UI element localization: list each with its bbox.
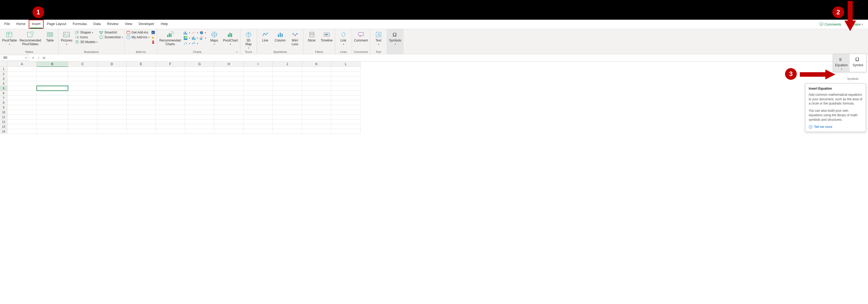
- menu-page-layout[interactable]: Page Layout: [43, 20, 69, 29]
- cell-L1[interactable]: [331, 67, 361, 71]
- cell-I11[interactable]: [244, 115, 273, 119]
- visio-addin-button[interactable]: V: [151, 30, 155, 35]
- cell-B1[interactable]: [37, 67, 68, 71]
- cell-J3[interactable]: [273, 76, 302, 81]
- cell-A1[interactable]: [7, 67, 37, 71]
- column-header-C[interactable]: C: [68, 61, 97, 67]
- pictures-button[interactable]: Pictures▾: [60, 30, 73, 46]
- tell-me-more-link[interactable]: ? Tell me more: [809, 125, 862, 129]
- cell-F8[interactable]: [156, 100, 185, 105]
- cell-C5[interactable]: [68, 86, 97, 91]
- row-header-10[interactable]: 10: [0, 110, 7, 115]
- sparkline-line-button[interactable]: Line: [259, 30, 272, 43]
- 3d-map-button[interactable]: 3D Map▾: [242, 30, 255, 50]
- column-header-E[interactable]: E: [127, 61, 156, 67]
- cell-F9[interactable]: [156, 105, 185, 110]
- cell-D9[interactable]: [97, 105, 127, 110]
- menu-formulas[interactable]: Formulas: [69, 20, 90, 29]
- cell-C10[interactable]: [68, 110, 97, 115]
- cell-J10[interactable]: [273, 110, 302, 115]
- cell-A6[interactable]: [7, 91, 37, 95]
- cell-D7[interactable]: [97, 95, 127, 100]
- cell-A12[interactable]: [7, 119, 37, 124]
- cell-A10[interactable]: [7, 110, 37, 115]
- row-header-1[interactable]: 1: [0, 67, 7, 71]
- cell-L9[interactable]: [331, 105, 361, 110]
- menu-file[interactable]: File: [1, 20, 13, 29]
- cell-K8[interactable]: [302, 100, 331, 105]
- row-header-6[interactable]: 6: [0, 91, 7, 95]
- chart-statistic-button[interactable]: ▾: [191, 36, 198, 40]
- row-header-5[interactable]: 5: [0, 86, 7, 91]
- cell-K4[interactable]: [302, 81, 331, 86]
- spreadsheet-grid[interactable]: 1234567891011121314 ABCDEFGHIJKL: [0, 61, 868, 134]
- chart-line-button[interactable]: ▾: [191, 30, 198, 35]
- cell-J13[interactable]: [273, 124, 302, 129]
- cell-A2[interactable]: [7, 71, 37, 76]
- cell-F11[interactable]: [156, 115, 185, 119]
- column-header-A[interactable]: A: [7, 61, 37, 67]
- cell-F6[interactable]: [156, 91, 185, 95]
- cell-K12[interactable]: [302, 119, 331, 124]
- cell-F14[interactable]: [156, 129, 185, 134]
- cell-F4[interactable]: [156, 81, 185, 86]
- cell-F2[interactable]: [156, 71, 185, 76]
- table-button[interactable]: Table: [43, 30, 57, 43]
- 3d-models-button[interactable]: 3D Models ▾: [75, 40, 98, 44]
- cell-I10[interactable]: [244, 110, 273, 115]
- column-header-L[interactable]: L: [331, 61, 361, 67]
- cell-H11[interactable]: [214, 115, 244, 119]
- cell-F5[interactable]: [156, 86, 185, 91]
- menu-data[interactable]: Data: [90, 20, 104, 29]
- recommended-charts-button[interactable]: ? Recommended Charts: [159, 30, 181, 47]
- row-header-7[interactable]: 7: [0, 95, 7, 100]
- cell-I5[interactable]: [244, 86, 273, 91]
- row-header-12[interactable]: 12: [0, 119, 7, 124]
- timeline-button[interactable]: Timeline: [320, 30, 333, 43]
- cell-J1[interactable]: [273, 67, 302, 71]
- cell-L14[interactable]: [331, 129, 361, 134]
- cell-H6[interactable]: [214, 91, 244, 95]
- column-header-B[interactable]: B: [37, 61, 68, 67]
- cell-I14[interactable]: [244, 129, 273, 134]
- cell-D4[interactable]: [97, 81, 127, 86]
- pivottable-button[interactable]: PivotTable▾: [2, 30, 17, 46]
- cell-J12[interactable]: [273, 119, 302, 124]
- column-header-G[interactable]: G: [185, 61, 214, 67]
- cell-G8[interactable]: [185, 100, 214, 105]
- cell-C14[interactable]: [68, 129, 97, 134]
- cell-K9[interactable]: [302, 105, 331, 110]
- cell-A14[interactable]: [7, 129, 37, 134]
- cell-J11[interactable]: [273, 115, 302, 119]
- row-header-8[interactable]: 8: [0, 100, 7, 105]
- menu-review[interactable]: Review: [104, 20, 122, 29]
- link-button[interactable]: Link▾: [337, 30, 350, 46]
- row-header-3[interactable]: 3: [0, 76, 7, 81]
- cell-I4[interactable]: [244, 81, 273, 86]
- cell-I3[interactable]: [244, 76, 273, 81]
- cell-K10[interactable]: [302, 110, 331, 115]
- cell-F10[interactable]: [156, 110, 185, 115]
- cell-E1[interactable]: [127, 67, 156, 71]
- cell-E3[interactable]: [127, 76, 156, 81]
- cell-A9[interactable]: [7, 105, 37, 110]
- cell-K2[interactable]: [302, 71, 331, 76]
- cell-B14[interactable]: [37, 129, 68, 134]
- cell-I9[interactable]: [244, 105, 273, 110]
- chart-pie-button[interactable]: ▾: [199, 30, 206, 35]
- cell-E13[interactable]: [127, 124, 156, 129]
- column-header-K[interactable]: K: [302, 61, 331, 67]
- cell-A13[interactable]: [7, 124, 37, 129]
- fx-icon[interactable]: fx: [43, 56, 45, 60]
- cell-D6[interactable]: [97, 91, 127, 95]
- cell-E2[interactable]: [127, 71, 156, 76]
- cell-A5[interactable]: [7, 86, 37, 91]
- cancel-icon[interactable]: ✕: [32, 56, 35, 60]
- chart-combo-button[interactable]: ▾: [199, 36, 206, 40]
- cell-C8[interactable]: [68, 100, 97, 105]
- cell-B6[interactable]: [37, 91, 68, 95]
- cell-G12[interactable]: [185, 119, 214, 124]
- cell-J14[interactable]: [273, 129, 302, 134]
- row-header-13[interactable]: 13: [0, 124, 7, 129]
- cell-B4[interactable]: [37, 81, 68, 86]
